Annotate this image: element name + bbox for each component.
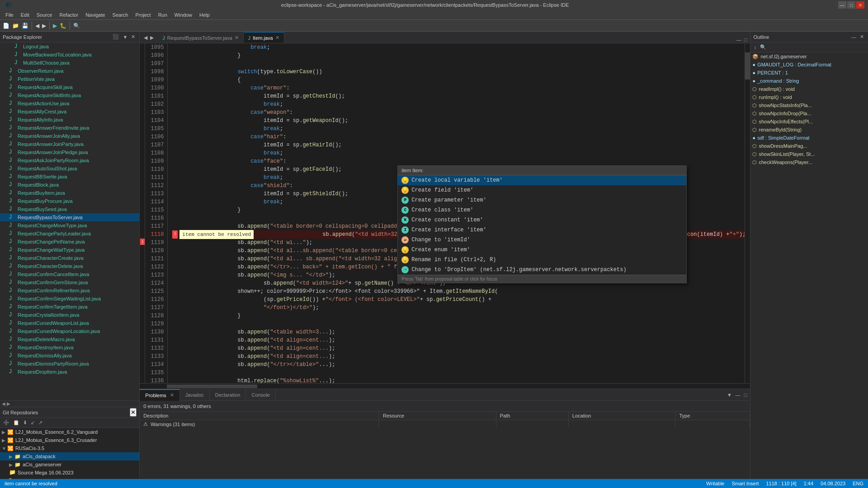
menu-search[interactable]: Search: [109, 11, 132, 19]
tree-item-cursedweaponlist[interactable]: J RequestCursedWeaponList.java: [0, 319, 139, 327]
forward-button[interactable]: ▶: [41, 22, 47, 30]
problems-close-button[interactable]: ✕: [170, 392, 174, 398]
table-row-warnings[interactable]: ⚠ Warnings (31 items): [140, 420, 750, 428]
tree-item-answerjoinparty[interactable]: J RequestAnswerJoinParty.java: [0, 140, 139, 148]
outline-item-shownpcinfodrop[interactable]: ⬡ showNpcInfoDrop(Pla...: [750, 109, 868, 117]
horizontal-scrollbar[interactable]: [140, 383, 750, 389]
ac-item-create-class[interactable]: C Create class 'item': [398, 205, 686, 215]
ac-item-create-interface[interactable]: I Create interface 'item': [398, 225, 686, 235]
tree-item-askjoinpartyroom[interactable]: J RequestAskJoinPartyRoom.java: [0, 156, 139, 164]
tree-item-confirmsiegewaiting[interactable]: J RequestConfirmSiegeWaitingList.java: [0, 295, 139, 303]
ac-item-create-parameter[interactable]: P Create parameter 'item': [398, 195, 686, 205]
tab-close-button[interactable]: ✕: [235, 35, 239, 41]
menu-source[interactable]: Source: [33, 11, 56, 19]
tree-item-logout[interactable]: J Logout.java: [0, 42, 139, 51]
tree-item-dismissally[interactable]: J RequestDismissAlly.java: [0, 352, 139, 360]
git-item-rusacis[interactable]: ▼ 🔀 RUSaCis-3.5: [0, 444, 139, 452]
git-pull-button[interactable]: ↙: [29, 419, 36, 426]
minimize-button[interactable]: —: [838, 1, 846, 9]
tree-item-answerjoinpledge[interactable]: J RequestAnswerJoinPledge.java: [0, 148, 139, 156]
tab-console[interactable]: Console: [246, 389, 275, 401]
git-push-button[interactable]: ↗: [37, 419, 44, 426]
problems-expand-button[interactable]: □: [743, 392, 749, 398]
problems-collapse-button[interactable]: —: [734, 392, 742, 398]
outline-close-button[interactable]: ✕: [859, 33, 865, 40]
ac-item-create-constant[interactable]: K Create constant 'item': [398, 215, 686, 225]
tree-item-bbswrite[interactable]: J RequestBBSwrite.java: [0, 173, 139, 181]
tree-item-changewaittype[interactable]: J RequestChangeWaitType.java: [0, 246, 139, 254]
git-clone-button[interactable]: 📋: [12, 419, 21, 426]
git-item-mobius-vanguard[interactable]: ▶ 🔀 L2J_Mobius_Essence_6.2_Vanguard: [0, 428, 139, 436]
tree-item-confirmtargetitem[interactable]: J RequestConfirmTargetItem.java: [0, 303, 139, 311]
tree-item-allyinfo[interactable]: J RequestAllyInfo.java: [0, 116, 139, 124]
tree-item-buyitem[interactable]: J RequestBuyItem.java: [0, 189, 139, 197]
tree-item-bypasstoserver[interactable]: J RequestBypassToServer.java: [0, 213, 139, 221]
pe-close-button[interactable]: ✕: [130, 33, 137, 40]
tree-item-characterdelete[interactable]: J RequestCharacterDelete.java: [0, 262, 139, 270]
outline-item-command[interactable]: ● _command : String: [750, 77, 868, 85]
autocomplete-list[interactable]: 💡 Create local variable 'item' 💡 Create …: [398, 175, 686, 275]
ac-item-create-local[interactable]: 💡 Create local variable 'item': [398, 175, 686, 185]
menu-help[interactable]: Help: [196, 11, 213, 19]
tree-item-cursedweaponlocation[interactable]: J RequestCursedWeaponLocation.java: [0, 327, 139, 335]
vertical-scrollbar[interactable]: [745, 43, 750, 383]
git-item-source-mega[interactable]: 📁 Source Mega 16.06.2023: [0, 469, 139, 477]
outline-item-showdressmainpage[interactable]: ⬡ showDressMainPag...: [750, 142, 868, 150]
outline-item-runimpl[interactable]: ⬡ runImpl() : void: [750, 93, 868, 101]
problems-filter-button[interactable]: ▼: [726, 392, 733, 398]
tree-item-petitionvote[interactable]: J PetitionVote.java: [0, 75, 139, 83]
tab-close-button[interactable]: ✕: [275, 35, 279, 41]
menu-file[interactable]: File: [2, 11, 17, 19]
back-button[interactable]: ◀: [34, 22, 40, 30]
outline-item-checkweapons[interactable]: ⬡ checkWeapons(Player...: [750, 158, 868, 166]
git-fetch-button[interactable]: ⬇: [22, 419, 28, 426]
outline-sort-button[interactable]: ↕: [752, 44, 758, 51]
tab-back-button[interactable]: ◀: [142, 34, 149, 41]
tree-item-buyseed[interactable]: J RequestBuySeed.java: [0, 205, 139, 213]
h-scrollbar-thumb[interactable]: [167, 385, 257, 388]
outline-item-package[interactable]: 📦 net.sf.l2j.gameserver: [750, 52, 868, 61]
tree-item-confirmrefineritem[interactable]: J RequestConfirmRefinerItem.java: [0, 286, 139, 295]
outline-item-percent[interactable]: ● PERCENT : 1: [750, 69, 868, 77]
menu-window[interactable]: Window: [171, 11, 196, 19]
tree-item-allycrest[interactable]: J RequestAllyCrest.java: [0, 108, 139, 116]
maximize-button[interactable]: □: [847, 1, 855, 9]
outline-item-renamebyid[interactable]: ⬡ renameByld(String): [750, 126, 868, 134]
window-controls[interactable]: — □ ✕: [838, 1, 864, 9]
git-item-acis-gameserver[interactable]: ▶ 📁 aCis_gameserver: [0, 460, 139, 469]
outline-item-sdf[interactable]: ● sdf : SimpleDateFormat: [750, 134, 868, 142]
tree-item-observerreturn[interactable]: J ObserverReturn.java: [0, 67, 139, 75]
tab-problems[interactable]: Problems ✕: [140, 389, 179, 401]
tree-item-changepartyleader[interactable]: J RequestChangePartyLeader.java: [0, 230, 139, 238]
outline-collapse-button[interactable]: —: [850, 33, 858, 40]
tree-item-acquireskillinfo[interactable]: J RequestAcquireSkillInfo.java: [0, 91, 139, 99]
tree-item-answerfriendsinvite[interactable]: J RequestAnswerFriendInvite.java: [0, 124, 139, 132]
tree-item-confirmcancelitem[interactable]: J RequestConfirmCancelItem.java: [0, 270, 139, 278]
git-item-mobius-crusader[interactable]: ▶ 🔀 L2J_Mobius_Essence_6.3_Crusader: [0, 436, 139, 444]
search-toolbar-button[interactable]: 🔍: [72, 22, 81, 30]
tree-item-movebackward[interactable]: J MoveBackwardToLocation.java: [0, 51, 139, 59]
tree-item-crystallizeitem[interactable]: J RequestCrystallizeItem.java: [0, 311, 139, 319]
editor-minimize-button[interactable]: —: [735, 37, 743, 43]
tree-item-changepetname[interactable]: J RequestChangePetName.java: [0, 238, 139, 246]
tree-item-confirmgemstone[interactable]: J RequestConfirmGemStone.java: [0, 278, 139, 286]
tree-item-buyprocure[interactable]: J RequestBuyProcure.java: [0, 197, 139, 205]
pe-menu-button[interactable]: ▼: [121, 33, 129, 40]
tree-item-answerjoinallyally[interactable]: J RequestAnswerJoinAlly.java: [0, 132, 139, 140]
open-button[interactable]: 📁: [11, 22, 20, 30]
outline-item-readimpl[interactable]: ⬡ readImpl() : void: [750, 85, 868, 93]
tree-item-deletemacro[interactable]: J RequestDeleteMacro.java: [0, 335, 139, 343]
tree-item-dismisspartyroom[interactable]: J RequestDismissPartyRoom.java: [0, 360, 139, 368]
editor-maximize-button[interactable]: □: [743, 37, 749, 43]
tree-item-actionuse[interactable]: J RequestActionUse.java: [0, 99, 139, 108]
outline-filter-button[interactable]: 🔍: [759, 44, 768, 51]
ac-item-create-enum[interactable]: 💡 Create enum 'item': [398, 245, 686, 255]
menu-edit[interactable]: Edit: [17, 11, 33, 19]
tree-item-multisell[interactable]: J MultiSellChoose.java: [0, 59, 139, 67]
ac-item-create-field[interactable]: 💡 Create field 'item': [398, 185, 686, 195]
tab-requestbypass[interactable]: J RequestBypassToServer.java ✕: [158, 32, 243, 43]
tree-item-acquireskill[interactable]: J RequestAcquireSkill.java: [0, 83, 139, 91]
tree-item-charactercreate[interactable]: J RequestCharacterCreate.java: [0, 254, 139, 262]
ac-item-change-itemid[interactable]: ↩ Change to 'itemId': [398, 235, 686, 245]
close-button[interactable]: ✕: [856, 1, 864, 9]
